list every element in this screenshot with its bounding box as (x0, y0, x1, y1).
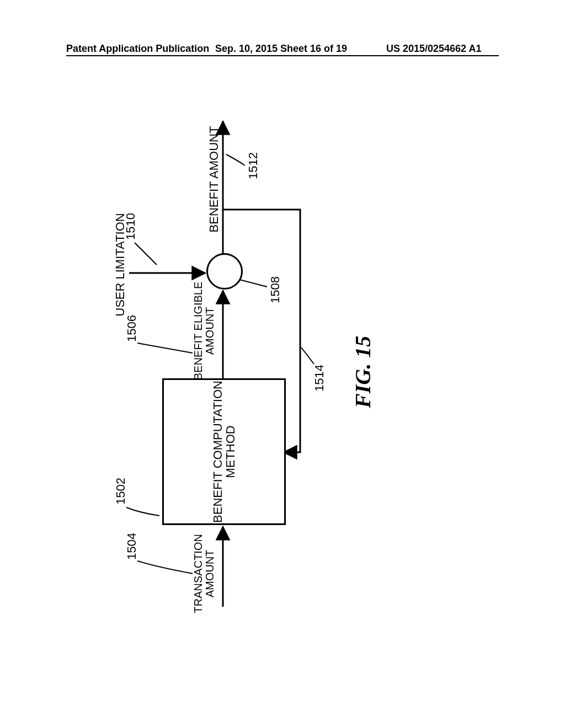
benefit-eligible-label: BENEFIT ELIGIBLE AMOUNT (193, 281, 216, 381)
transaction-amount-label: TRANSACTION AMOUNT (193, 529, 216, 618)
header-right: US 2015/0254662 A1 (386, 43, 481, 55)
ref-1514: 1514 (312, 365, 327, 392)
benefit-computation-label: BENEFIT COMPUTATION METHOD (211, 380, 237, 523)
ref-1506: 1506 (125, 315, 139, 342)
diagram-wires (63, 110, 383, 618)
benefit-amount-label: BENEFIT AMOUNT (207, 121, 220, 237)
ref-1508: 1508 (268, 276, 282, 303)
svg-line-5 (301, 347, 314, 364)
header-left: Patent Application Publication (66, 43, 209, 55)
ref-1504: 1504 (125, 533, 139, 560)
ref-1502: 1502 (114, 478, 128, 505)
ref-1512: 1512 (246, 152, 260, 179)
ref-1510: 1510 (124, 213, 138, 240)
page: Patent Application Publication Sep. 10, … (0, 0, 565, 728)
svg-line-4 (239, 280, 267, 287)
figure-caption: FIG. 15 (350, 336, 376, 408)
header-rule (66, 55, 499, 56)
header-center: Sep. 10, 2015 Sheet 16 of 19 (215, 43, 347, 55)
benefit-computation-box: BENEFIT COMPUTATION METHOD (162, 378, 286, 525)
diagram: BENEFIT COMPUTATION METHOD TRANSACTION A… (63, 110, 383, 618)
diagram-container: BENEFIT COMPUTATION METHOD TRANSACTION A… (63, 110, 383, 618)
